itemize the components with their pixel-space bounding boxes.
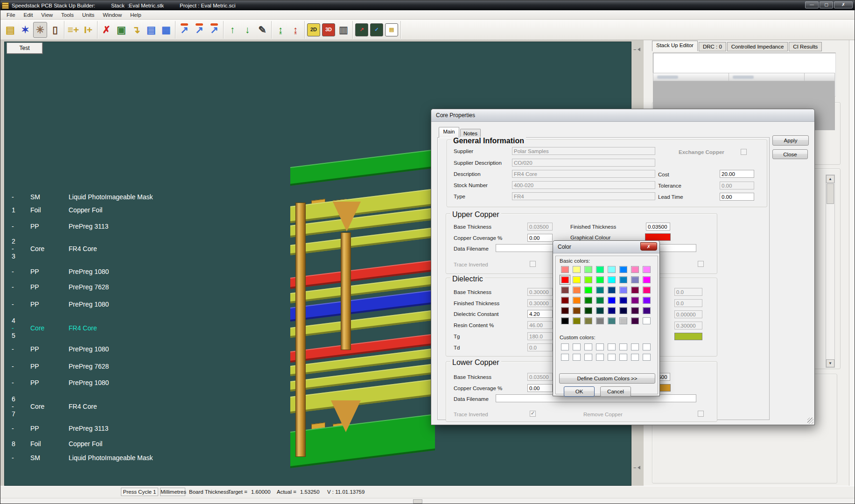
basic-color-swatch[interactable] [584,287,592,294]
lc-base-thickness-field[interactable] [527,373,553,381]
basic-color-swatch[interactable] [619,287,627,294]
uc-finished-thickness-field[interactable] [646,223,670,231]
define-custom-colors-button[interactable]: Define Custom Colors >> [559,373,655,384]
basic-color-swatch[interactable] [631,266,639,273]
basic-color-swatch[interactable] [619,266,627,273]
di-base-thickness-field[interactable] [527,288,553,296]
apply-button[interactable]: Apply [772,135,809,146]
custom-color-swatch[interactable] [596,354,604,361]
basic-color-swatch[interactable] [608,317,616,324]
basic-color-swatch[interactable] [631,276,639,283]
editor-scrollbar[interactable]: ▲ ▼ [826,175,835,368]
drill-blind-icon[interactable]: ↗ [177,22,191,38]
basic-color-swatch[interactable] [608,266,616,273]
basic-color-swatch[interactable] [608,307,616,314]
cancel-button[interactable]: Cancel [600,386,631,397]
copy-stack-icon[interactable]: ▣ [114,22,128,38]
horizontal-scrollbar-thumb[interactable] [413,499,422,504]
uc-copper-coverage-field[interactable] [527,234,553,242]
custom-color-swatch[interactable] [584,354,592,361]
custom-color-swatch[interactable] [643,343,651,350]
cost-field[interactable] [720,170,754,178]
basic-color-swatch[interactable] [596,317,604,324]
basic-color-swatch[interactable] [584,266,592,273]
basic-color-swatch[interactable] [561,307,569,314]
splitter-collapse-bottom[interactable]: − [633,465,643,471]
edit-stack-icon[interactable]: ✎ [255,22,269,38]
menu-view[interactable]: View [37,11,57,19]
custom-color-swatch[interactable] [619,354,627,361]
tab-drc[interactable]: DRC : 0 [699,42,726,51]
di-right-field-3[interactable] [674,310,702,318]
release-clamp-icon[interactable]: ↨ [288,22,302,38]
uc-trace-inverted-checkbox[interactable] [530,261,536,267]
export-view-icon[interactable]: ↗ [355,23,368,36]
basic-color-swatch[interactable] [619,276,627,283]
basic-color-swatch[interactable] [584,276,592,283]
basic-color-swatch[interactable] [619,307,627,314]
press-clamp-icon[interactable]: ↨ [273,22,287,38]
basic-color-swatch[interactable] [584,297,592,304]
basic-color-swatch[interactable] [561,297,569,304]
basic-color-swatch[interactable] [596,297,604,304]
di-right-field-4[interactable] [674,322,702,329]
scroll-down-icon[interactable]: ▼ [826,359,834,367]
stack-tab-test[interactable]: Test [7,42,42,54]
basic-color-swatch[interactable] [573,297,581,304]
close-button[interactable]: ✗ [834,1,853,8]
maximize-button[interactable]: ▢ [820,1,833,8]
move-layer-down-icon[interactable]: ↓ [240,22,254,38]
basic-color-swatch[interactable] [596,266,604,273]
basic-color-swatch[interactable] [573,307,581,314]
basic-color-swatch[interactable] [608,287,616,294]
window-scrollbar-strip[interactable] [849,40,855,486]
mirror-icon[interactable]: ▯ [48,22,62,38]
view-2d-icon[interactable]: 2D [307,23,320,36]
lc-copper-coverage-field[interactable] [527,384,553,392]
custom-color-swatch[interactable] [573,354,581,361]
uc-remove-copper-checkbox[interactable] [698,261,704,267]
description-field[interactable] [512,170,655,178]
basic-color-swatch[interactable] [619,317,627,324]
new-stack-icon[interactable]: ▤ [3,22,17,38]
add-core-icon[interactable]: ≡+ [66,22,80,38]
basic-color-swatch[interactable] [561,287,569,294]
basic-color-swatch[interactable] [631,287,639,294]
move-layer-up-icon[interactable]: ↑ [225,22,239,38]
menu-window[interactable]: Window [98,11,126,19]
tab-controlled-impedance[interactable]: Controlled Impedance [727,42,788,51]
basic-color-swatch[interactable] [573,287,581,294]
lc-remove-copper-checkbox[interactable] [698,411,704,417]
di-dielectric-constant-field[interactable] [527,310,553,318]
basic-color-swatch[interactable] [561,266,569,273]
color-close-icon[interactable]: ✗ [640,242,657,251]
tab-stack-up-editor[interactable]: Stack Up Editor [652,41,698,51]
ok-button[interactable]: OK [564,386,595,397]
basic-color-swatch[interactable] [608,297,616,304]
scrollbar-thumb[interactable] [827,183,834,204]
align-stack-icon[interactable]: ▦ [159,22,173,38]
basic-color-swatch[interactable] [631,307,639,314]
basic-color-swatch[interactable] [596,276,604,283]
menu-units[interactable]: Units [78,11,98,19]
exchange-copper-checkbox[interactable] [741,149,747,155]
custom-color-swatch[interactable] [561,343,569,350]
type-field[interactable] [512,192,655,200]
tolerance-field[interactable] [720,182,754,189]
core-properties-title[interactable]: Core Properties [431,109,814,122]
basic-color-swatch[interactable] [596,287,604,294]
basic-color-swatch[interactable] [561,276,569,283]
menu-file[interactable]: File [2,11,20,19]
close-dialog-button[interactable]: Close [772,149,808,159]
drill-through-icon[interactable]: ↗ [207,22,221,38]
menu-help[interactable]: Help [126,11,146,19]
delete-layer-icon[interactable]: ✗ [99,22,113,38]
drill-buried-icon[interactable]: ↗ [192,22,206,38]
basic-color-swatch[interactable] [561,317,569,324]
resize-grip[interactable] [807,418,813,424]
vitruvian-man-icon[interactable]: ✳ [33,22,47,38]
tab-ci-results[interactable]: CI Results [789,42,822,51]
custom-color-swatch[interactable] [584,343,592,350]
di-right-field-2[interactable] [674,299,702,307]
minimize-button[interactable]: — [805,1,819,8]
